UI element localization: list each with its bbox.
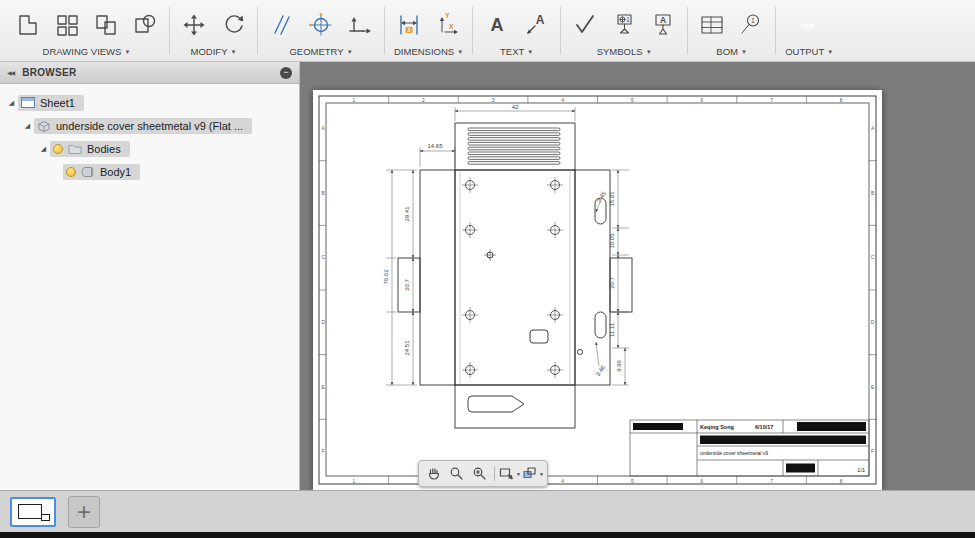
dimensions-menu-label: DIMENSIONS [394, 46, 454, 57]
expand-triangle-icon[interactable]: ◢ [5, 99, 18, 107]
tree-item-sheet1[interactable]: Sheet1 [18, 95, 84, 111]
detail-view-button[interactable] [130, 8, 160, 42]
text-menu[interactable]: TEXT ▼ [500, 46, 533, 57]
folder-icon [68, 143, 82, 155]
title-block-date: 6/10/17 [755, 424, 773, 430]
zone-label: B [322, 191, 325, 196]
redacted-fields [633, 422, 866, 473]
bottom-edge-strip [0, 532, 975, 538]
component-icon [37, 120, 51, 132]
drawing-views-menu-label: DRAWING VIEWS [43, 46, 122, 57]
centerline-icon [269, 12, 295, 38]
tree-item-bodies[interactable]: Bodies [50, 141, 130, 157]
geometry-icons [267, 4, 375, 46]
dim-top-width: 42 [512, 104, 519, 110]
parts-list-button[interactable] [697, 8, 727, 42]
zone-label: 8 [840, 479, 843, 484]
symbols-menu[interactable]: SYMBOLS ▼ [597, 46, 652, 57]
bom-icons: 1 [697, 4, 766, 46]
tree-item-body1[interactable]: Body1 [63, 164, 140, 180]
text-button[interactable]: A [482, 8, 512, 42]
move-button[interactable] [179, 8, 209, 42]
tree-item-component[interactable]: underside cover sheetmetal v9 (Flat ... [34, 118, 252, 134]
title-block-author: Keqing Song [700, 424, 734, 430]
drawing-sheet-svg: 1122334455667788AABBCCDDEEFF [313, 90, 882, 490]
rotate-button[interactable] [218, 8, 248, 42]
tree-row-bodies[interactable]: ◢ Bodies [0, 137, 299, 160]
drawing-canvas[interactable]: 1122334455667788AABBCCDDEEFF [300, 62, 975, 490]
edge-extension-button[interactable] [345, 8, 375, 42]
dim-right-1: 15.91 [609, 191, 615, 207]
visibility-lightbulb-icon[interactable] [53, 144, 63, 154]
sheet1-thumbnail[interactable] [10, 497, 56, 527]
base-view-button[interactable] [13, 8, 43, 42]
centerline-button[interactable] [267, 8, 297, 42]
display-settings-icon [522, 466, 537, 481]
modify-menu[interactable]: MODIFY ▼ [191, 46, 237, 57]
expand-triangle-icon[interactable]: ◢ [37, 145, 50, 153]
zone-label: 4 [561, 479, 564, 484]
toolbar-group-modify: MODIFY ▼ [170, 0, 257, 61]
projected-view-button[interactable] [52, 8, 82, 42]
feature-control-frame-icon: A [650, 12, 676, 38]
output-pdf-button[interactable]: PDF [794, 8, 824, 42]
dropdown-caret-icon: ▼ [646, 49, 652, 55]
browser-header: ◀◀ BROWSER − [0, 62, 299, 84]
tree-row-sheet1[interactable]: ◢ Sheet1 [0, 91, 299, 114]
dim-right-3: 20.7 [609, 277, 615, 289]
bom-menu[interactable]: BOM ▼ [716, 46, 747, 57]
zone-label: 1 [352, 479, 355, 484]
center-mark-button[interactable] [306, 8, 336, 42]
text-menu-label: TEXT [500, 46, 524, 57]
tree-row-component[interactable]: ◢ underside cover sheetmetal v9 (Flat ..… [0, 114, 299, 137]
section-view-button[interactable] [91, 8, 121, 42]
feature-control-frame-button[interactable]: A [648, 8, 678, 42]
sheet-tabs-bar: + [0, 490, 975, 538]
dimension-icon-number: 1 [408, 27, 411, 33]
tree-label-component: underside cover sheetmetal v9 (Flat ... [56, 120, 243, 132]
zoom-button[interactable] [445, 464, 467, 483]
zone-label: 1 [352, 98, 355, 103]
dimensions-menu[interactable]: DIMENSIONS ▼ [394, 46, 463, 57]
dropdown-caret-icon: ▼ [741, 49, 747, 55]
drawing-sheet[interactable]: 1122334455667788AABBCCDDEEFF [313, 90, 882, 490]
output-menu[interactable]: OUTPUT ▼ [785, 46, 833, 57]
pan-button[interactable] [422, 464, 444, 483]
pdf-icon: PDF [796, 12, 822, 38]
symbols-menu-label: SYMBOLS [597, 46, 643, 57]
browser-tree: ◢ Sheet1 ◢ underside cover sheetmetal v9… [0, 84, 299, 183]
zone-label: E [871, 385, 874, 390]
visibility-lightbulb-icon[interactable] [66, 167, 76, 177]
add-sheet-button[interactable]: + [68, 496, 100, 528]
drawing-views-menu[interactable]: DRAWING VIEWS ▼ [43, 46, 131, 57]
dropdown-caret-icon: ▼ [827, 49, 833, 55]
surface-texture-button[interactable] [570, 8, 600, 42]
zone-label: A [322, 126, 326, 131]
navigation-toolbar: ▼ ▼ [418, 460, 548, 487]
zone-label: 6 [701, 479, 704, 484]
datum-identifier-button[interactable]: 1 [609, 8, 639, 42]
geometry-menu[interactable]: GEOMETRY ▼ [289, 46, 352, 57]
zone-label: E [322, 385, 325, 390]
leader-text-button[interactable]: A [521, 8, 551, 42]
ordinate-dimension-button[interactable]: Y X [433, 8, 463, 42]
ordinate-y-glyph: Y [445, 12, 450, 19]
zoom-fit-dropdown-button[interactable]: ▼ [499, 464, 521, 483]
toolbar-group-text: A A TEXT ▼ [473, 0, 560, 61]
dimension-button[interactable]: 1 [394, 8, 424, 42]
drawing-views-icons [13, 4, 160, 46]
dim-right-bottom-note: 3.46 [595, 364, 607, 378]
leader-a-glyph: A [536, 13, 545, 27]
small-hole-center-mark [484, 249, 496, 261]
minimize-panel-icon[interactable]: − [280, 67, 292, 79]
tree-row-body1[interactable]: Body1 [0, 160, 299, 183]
toolbar-group-drawing-views: DRAWING VIEWS ▼ [4, 0, 169, 61]
expand-triangle-icon[interactable]: ◢ [21, 122, 34, 130]
dim-left-upper: 29.41 [404, 206, 410, 222]
zoom-fit-icon [499, 466, 514, 481]
collapse-panel-icon[interactable]: ◀◀ [7, 69, 14, 76]
display-settings-dropdown-button[interactable]: ▼ [522, 464, 544, 483]
balloon-button[interactable]: 1 [736, 8, 766, 42]
zone-label: 2 [422, 98, 425, 103]
zoom-window-button[interactable] [468, 464, 490, 483]
